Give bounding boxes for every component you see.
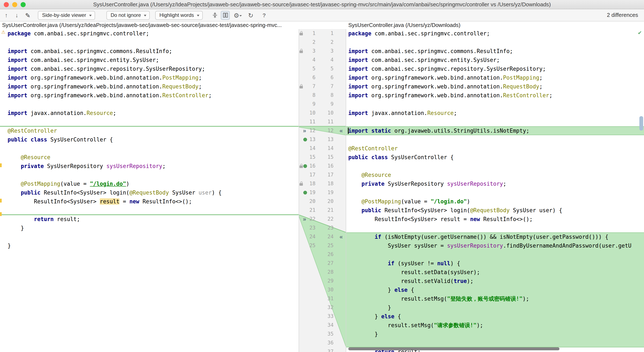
code-line[interactable]: import com.anbai.sec.springmvc.entity.Sy… [346, 56, 644, 65]
refresh-icon[interactable]: ↻ [246, 11, 255, 19]
code-line[interactable] [0, 118, 299, 126]
apply-change-chevron[interactable]: « [338, 232, 344, 241]
code-line[interactable]: import org.springframework.web.bind.anno… [346, 82, 644, 91]
code-line[interactable]: import org.springframework.web.bind.anno… [0, 82, 299, 91]
ignore-policy-dropdown[interactable]: Do not ignore [106, 11, 150, 20]
align-changes-icon[interactable] [221, 11, 230, 20]
line-number: 21 [299, 206, 316, 215]
minimize-button[interactable] [12, 2, 17, 7]
code-line[interactable]: @PostMapping(value = "/login.do") [0, 179, 299, 188]
code-token: "/login.do" [90, 181, 126, 187]
code-line[interactable]: } [0, 224, 299, 232]
code-token: import [8, 48, 27, 54]
code-line[interactable]: public class SysUserController { [346, 153, 644, 162]
code-line[interactable] [346, 38, 644, 47]
code-line[interactable] [346, 224, 644, 232]
previous-difference-button[interactable]: ↑ [2, 11, 10, 19]
code-line[interactable]: import static org.javaweb.utils.StringUt… [346, 126, 644, 135]
line-number: 14 [299, 144, 316, 153]
change-marker-icon[interactable] [303, 164, 307, 168]
horizontal-scrollbar-thumb[interactable] [348, 347, 560, 350]
close-button[interactable] [4, 2, 9, 7]
apply-change-chevron[interactable]: » [301, 215, 308, 224]
code-line[interactable]: import com.anbai.sec.springmvc.repositor… [346, 65, 644, 73]
code-line[interactable]: package com.anbai.sec.springmvc.controll… [346, 29, 644, 38]
scrollbar-change-stripe[interactable] [639, 116, 643, 131]
code-line[interactable]: result.setMsg("请求参数错误!"); [346, 321, 644, 330]
code-token: new [129, 198, 139, 205]
code-line[interactable]: import javax.annotation.Resource; [0, 109, 299, 118]
change-marker-icon[interactable] [303, 191, 307, 195]
code-line[interactable]: import org.springframework.web.bind.anno… [0, 73, 299, 82]
code-line[interactable]: import com.anbai.sec.springmvc.commons.R… [346, 47, 644, 56]
code-line[interactable]: private SysUserRepository sysUserReposit… [346, 179, 644, 188]
highlight-mode-dropdown[interactable]: Highlight words [155, 11, 203, 20]
code-token: new [470, 216, 480, 222]
apply-change-chevron[interactable]: « [338, 126, 344, 135]
code-line[interactable]: import org.springframework.web.bind.anno… [346, 73, 644, 82]
viewer-mode-dropdown[interactable]: Side-by-side viewer [38, 11, 95, 20]
code-line[interactable]: ResultInfo<SysUser> result = new ResultI… [346, 215, 644, 224]
help-icon[interactable]: ? [260, 11, 268, 19]
code-line[interactable] [0, 232, 299, 241]
apply-change-chevron[interactable]: » [301, 126, 308, 135]
code-line[interactable]: import org.springframework.web.bind.anno… [346, 91, 644, 100]
code-token: Resource [427, 110, 454, 116]
code-line[interactable]: } [346, 303, 644, 312]
code-line[interactable]: @Resource [346, 171, 644, 179]
next-difference-button[interactable]: ↓ [12, 11, 21, 19]
inspections-ok-icon[interactable]: ✔ [638, 30, 642, 36]
code-line[interactable]: @RestController [0, 126, 299, 135]
code-line[interactable]: result.setMsg("登陆失败，账号或密码错误!"); [346, 294, 644, 303]
diff-area: ⚠ package com.anbai.sec.springmvc.contro… [0, 29, 644, 352]
code-line[interactable]: } else { [346, 285, 644, 294]
code-line[interactable] [0, 144, 299, 153]
code-line[interactable]: public class SysUserController { [0, 135, 299, 144]
code-line[interactable]: result.setData(sysUser); [346, 268, 644, 277]
collapse-unchanged-icon[interactable] [210, 11, 219, 20]
code-line[interactable]: public ResultInfo<SysUser> login(@Reques… [346, 206, 644, 215]
code-line[interactable] [0, 206, 299, 215]
code-line[interactable]: import com.anbai.sec.springmvc.commons.R… [0, 47, 299, 56]
zoom-button[interactable] [20, 2, 26, 7]
code-line[interactable] [346, 118, 644, 126]
code-line[interactable]: if (isNotEmpty(user.getUsername()) && is… [346, 232, 644, 241]
code-line[interactable] [0, 38, 299, 47]
code-line[interactable]: } [0, 241, 299, 250]
code-line[interactable] [346, 338, 644, 347]
code-line[interactable] [346, 162, 644, 171]
code-token: import [348, 57, 368, 63]
code-line[interactable]: public ResultInfo<SysUser> login(@Reques… [0, 188, 299, 197]
code-line[interactable]: @PostMapping(value = "/login.do") [346, 197, 644, 206]
lock-shackle [300, 49, 302, 51]
code-line[interactable]: private SysUserRepository sysUserReposit… [0, 162, 299, 171]
code-line[interactable]: import com.anbai.sec.springmvc.entity.Sy… [0, 56, 299, 65]
code-line[interactable] [346, 135, 644, 144]
code-line[interactable] [0, 171, 299, 179]
code-line[interactable]: ResultInfo<SysUser> result = new ResultI… [0, 197, 299, 206]
code-line[interactable] [346, 100, 644, 109]
code-line[interactable]: import org.springframework.web.bind.anno… [0, 91, 299, 100]
code-line[interactable]: SysUser sysUser = sysUserRepository.find… [346, 241, 644, 250]
warning-icon[interactable]: ⚠ [1, 30, 6, 35]
code-line[interactable] [0, 100, 299, 109]
code-line[interactable]: if (sysUser != null) { [346, 259, 644, 268]
change-marker-icon[interactable] [303, 138, 307, 141]
code-line[interactable]: import javax.annotation.Resource; [346, 109, 644, 118]
code-line[interactable]: @Resource [0, 153, 299, 162]
code-line[interactable]: package com.anbai.sec.springmvc.controll… [0, 29, 299, 38]
code-line[interactable] [346, 188, 644, 197]
code-line[interactable]: return result; [0, 215, 299, 224]
code-line[interactable]: } else { [346, 312, 644, 321]
code-line[interactable]: import com.anbai.sec.springmvc.repositor… [0, 65, 299, 73]
code-line[interactable]: @RestController [346, 144, 644, 153]
code-line[interactable]: result.setValid(true); [346, 277, 644, 285]
edit-icon[interactable]: ✎ [24, 11, 32, 19]
code-line[interactable] [346, 250, 644, 259]
code-token: com.anbai.sec.springmvc.controller; [372, 30, 490, 37]
code-line[interactable]: } [346, 330, 644, 338]
code-token: result.setValid( [348, 278, 454, 284]
gear-icon[interactable]: ⚙ [232, 11, 240, 19]
code-token: "登陆失败，账号或密码错误!" [447, 295, 523, 302]
lock-shackle [300, 164, 302, 166]
